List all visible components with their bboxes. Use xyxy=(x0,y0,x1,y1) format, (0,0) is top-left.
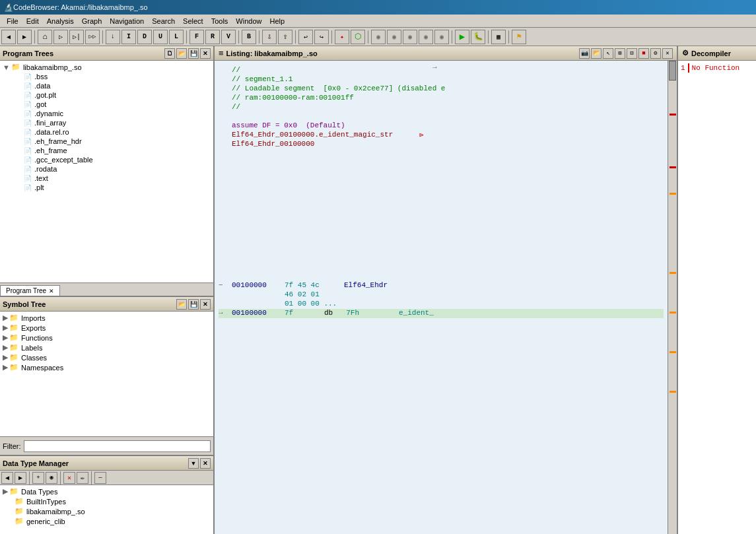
tree-item-rodata[interactable]: 📄 .rodata xyxy=(1,164,212,174)
menu-edit[interactable]: Edit xyxy=(22,16,43,26)
tree-item-fini-array[interactable]: 📄 .fini_array xyxy=(1,118,212,127)
dtm-btn1[interactable]: + xyxy=(32,472,44,484)
symbol-tree-close-button[interactable]: ✕ xyxy=(200,299,211,310)
symbol-exports[interactable]: ▶ 📁 Exports xyxy=(1,323,212,333)
menu-graph[interactable]: Graph xyxy=(78,16,106,26)
import-button[interactable]: ⇩ xyxy=(262,30,277,44)
listing-marker-button[interactable]: ■ xyxy=(638,48,649,59)
tree-item-dynamic[interactable]: 📄 .dynamic xyxy=(1,109,212,118)
symbol-tree-open-button[interactable]: 📂 xyxy=(176,299,187,310)
nav2-button[interactable]: ◉ xyxy=(387,30,401,44)
tree-item-data-rel-ro[interactable]: 📄 .data.rel.ro xyxy=(1,127,212,137)
redo-button[interactable]: ↪ xyxy=(314,30,329,44)
dtm-menu-button[interactable]: ▼ xyxy=(188,458,199,469)
menu-window[interactable]: Window xyxy=(232,16,265,26)
dtm-builtin[interactable]: 📁 BuiltInTypes xyxy=(1,496,212,506)
program-trees-save-button[interactable]: 💾 xyxy=(188,48,199,59)
dtm-delete-button[interactable]: ✕ xyxy=(63,472,75,484)
tree-item-eh-frame[interactable]: 📄 .eh_frame xyxy=(1,146,212,155)
tree-item-bss[interactable]: 📄 .bss xyxy=(1,72,212,81)
filter-input[interactable] xyxy=(24,440,211,452)
tree-item-eh-frame-hdr[interactable]: 📄 .eh_frame_hdr xyxy=(1,137,212,146)
tree-root[interactable]: ▼ 📁 libakamaibmp_.so xyxy=(1,62,212,72)
dtm-forward-button[interactable]: ▶ xyxy=(15,472,26,484)
labels-collapse-icon[interactable]: ▶ xyxy=(3,343,8,352)
dtm-genericclib[interactable]: 📁 generic_clib xyxy=(1,516,212,526)
bookmark-button[interactable]: ✦ xyxy=(335,30,349,44)
listing-settings-button[interactable]: ⚙ xyxy=(650,48,661,59)
listing-nav2-button[interactable]: ⊟ xyxy=(627,48,637,59)
nav3-button[interactable]: ◉ xyxy=(403,30,417,44)
home-button[interactable]: ⌂ xyxy=(38,30,52,44)
listing-close-button[interactable]: ✕ xyxy=(662,48,673,59)
run-green-button[interactable]: ▶ xyxy=(455,30,469,44)
symbol-labels[interactable]: ▶ 📁 Labels xyxy=(1,343,212,352)
nav1-button[interactable]: ◉ xyxy=(371,30,386,44)
back-button[interactable]: ◀ xyxy=(1,30,16,44)
connect-button[interactable]: ⬡ xyxy=(351,30,365,44)
dtm-back-button[interactable]: ◀ xyxy=(1,472,13,484)
menu-search[interactable]: Search xyxy=(148,16,179,26)
l-button[interactable]: L xyxy=(169,30,184,44)
symbol-namespaces[interactable]: ▶ 📁 Namespaces xyxy=(1,362,212,372)
forward-button[interactable]: ▶ xyxy=(17,30,32,44)
listing-nav-button[interactable]: ⊞ xyxy=(615,48,625,59)
v-button[interactable]: V xyxy=(221,30,236,44)
collapse-minus[interactable]: − xyxy=(219,281,232,289)
debug-button[interactable]: 🐛 xyxy=(471,30,485,44)
menu-analysis[interactable]: Analysis xyxy=(43,16,78,26)
imports-collapse-icon[interactable]: ▶ xyxy=(3,314,8,322)
menu-file[interactable]: File xyxy=(3,16,22,26)
r-button[interactable]: R xyxy=(205,30,220,44)
listing-content[interactable]: → // // segment_1.1 // Loadable segment … xyxy=(215,61,668,534)
listing-cursor-button[interactable]: ↖ xyxy=(603,48,613,59)
dtm-btn2[interactable]: ◉ xyxy=(46,472,57,484)
scrollbar-thumb[interactable] xyxy=(669,61,676,81)
dtm-libakamai[interactable]: 📁 libakamaibmp_.so xyxy=(1,506,212,516)
dtm-edit-button[interactable]: ✏ xyxy=(77,472,88,484)
program-trees-open-button[interactable]: 📂 xyxy=(176,48,187,59)
tab-close-icon[interactable]: ✕ xyxy=(49,288,54,294)
namespaces-collapse-icon[interactable]: ▶ xyxy=(3,363,8,372)
dtm-collapse-button[interactable]: — xyxy=(94,472,106,484)
f-button[interactable]: F xyxy=(189,30,204,44)
program-trees-close-button[interactable]: ✕ xyxy=(200,48,211,59)
undo-button[interactable]: ↩ xyxy=(298,30,313,44)
run1-button[interactable]: ▷ xyxy=(53,30,68,44)
listing-open-button[interactable]: 📂 xyxy=(591,48,601,59)
dtm-root[interactable]: ▶ 📁 Data Types xyxy=(1,486,212,496)
menu-help[interactable]: Help xyxy=(265,16,289,26)
tree-root-collapse[interactable]: ▼ xyxy=(3,63,10,71)
classes-collapse-icon[interactable]: ▶ xyxy=(3,353,8,362)
symbol-classes[interactable]: ▶ 📁 Classes xyxy=(1,352,212,362)
run2-button[interactable]: ▷| xyxy=(69,30,84,44)
exports-collapse-icon[interactable]: ▶ xyxy=(3,323,8,332)
tree-item-got[interactable]: 📄 .got xyxy=(1,100,212,109)
dtm-close-button[interactable]: ✕ xyxy=(200,458,211,469)
run3-button[interactable]: ▷▷ xyxy=(85,30,100,44)
nav5-button[interactable]: ◉ xyxy=(434,30,449,44)
symbol-imports[interactable]: ▶ 📁 Imports xyxy=(1,313,212,323)
down-arrow-button[interactable]: ↓ xyxy=(106,30,120,44)
nav4-button[interactable]: ◉ xyxy=(419,30,433,44)
dtm-root-collapse[interactable]: ▶ xyxy=(3,487,8,496)
b-button[interactable]: B xyxy=(242,30,256,44)
i-button[interactable]: I xyxy=(121,30,136,44)
d-button[interactable]: D xyxy=(137,30,152,44)
menu-navigation[interactable]: Navigation xyxy=(106,16,148,26)
tree-item-data[interactable]: 📄 .data xyxy=(1,81,212,90)
symbol-tree-save-button[interactable]: 💾 xyxy=(188,299,199,310)
menu-select[interactable]: Select xyxy=(179,16,207,26)
flag-button[interactable]: ⚑ xyxy=(512,30,526,44)
menu-tools[interactable]: Tools xyxy=(207,16,232,26)
symbol-functions[interactable]: ▶ 📁 Functions xyxy=(1,333,212,343)
functions-collapse-icon[interactable]: ▶ xyxy=(3,333,8,342)
tree-item-plt[interactable]: 📄 .plt xyxy=(1,183,212,192)
listing-snapshot-button[interactable]: 📷 xyxy=(579,48,590,59)
tree-item-gcc-except[interactable]: 📄 .gcc_except_table xyxy=(1,155,212,164)
tab-program-tree[interactable]: Program Tree ✕ xyxy=(0,285,60,296)
listing-scrollbar[interactable] xyxy=(668,61,677,534)
u-button[interactable]: U xyxy=(153,30,168,44)
program-trees-new-button[interactable]: 🗋 xyxy=(164,48,175,59)
export-button[interactable]: ⇧ xyxy=(278,30,292,44)
